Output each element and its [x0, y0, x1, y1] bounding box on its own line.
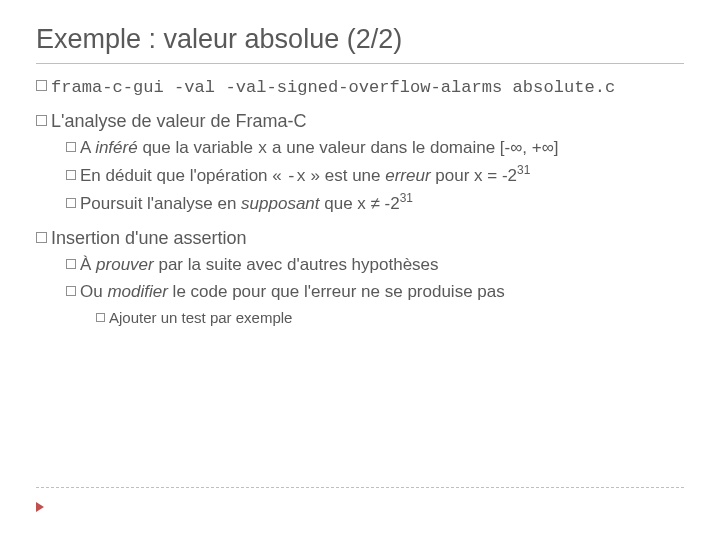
section-analysis: L'analyse de valeur de Frama-C: [36, 109, 684, 133]
footer-divider: [36, 487, 684, 488]
slide-body: frama-c-gui -val -val-signed-overflow-al…: [36, 74, 684, 328]
footer-marker-icon: [36, 502, 44, 512]
insertion-item-1: À prouver par la suite avec d'autres hyp…: [66, 254, 684, 277]
section-heading: Insertion d'une assertion: [51, 228, 247, 248]
insertion-item-2-sub: Ajouter un test par exemple: [96, 308, 684, 328]
slide-title: Exemple : valeur absolue (2/2): [36, 24, 684, 64]
section-insertion: Insertion d'une assertion: [36, 226, 684, 250]
command-text: frama-c-gui -val -val-signed-overflow-al…: [51, 78, 615, 97]
analysis-item-3: Poursuit l'analyse en supposant que x ≠ …: [66, 193, 684, 216]
bullet-icon: [96, 313, 105, 322]
section-heading: L'analyse de valeur de Frama-C: [51, 111, 307, 131]
bullet-icon: [66, 198, 76, 208]
bullet-icon: [36, 232, 47, 243]
bullet-icon: [66, 142, 76, 152]
slide: Exemple : valeur absolue (2/2) frama-c-g…: [0, 0, 720, 540]
bullet-icon: [36, 115, 47, 126]
analysis-item-1: A inféré que la variable x a une valeur …: [66, 137, 684, 161]
bullet-icon: [36, 80, 47, 91]
insertion-item-2: Ou modifier le code pour que l'erreur ne…: [66, 281, 684, 304]
bullet-icon: [66, 170, 76, 180]
bullet-icon: [66, 259, 76, 269]
bullet-icon: [66, 286, 76, 296]
command-line: frama-c-gui -val -val-signed-overflow-al…: [36, 74, 684, 99]
analysis-item-2: En déduit que l'opération « -x » est une…: [66, 165, 684, 189]
